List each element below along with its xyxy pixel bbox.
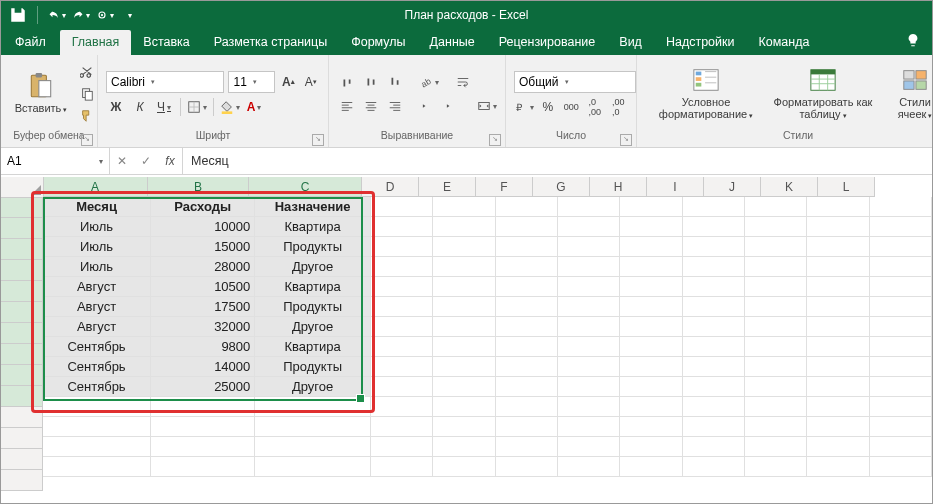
row-header[interactable] — [1, 260, 43, 281]
cell[interactable] — [807, 357, 869, 377]
align-top-icon[interactable] — [337, 72, 357, 92]
cell[interactable] — [558, 317, 620, 337]
underline-button[interactable]: Ч▾ — [154, 97, 174, 117]
cell[interactable] — [496, 337, 558, 357]
cell[interactable] — [807, 437, 869, 457]
cell[interactable] — [683, 417, 745, 437]
cell[interactable] — [683, 377, 745, 397]
cell[interactable]: Август — [43, 317, 151, 337]
cell[interactable] — [870, 257, 932, 277]
cell[interactable]: Продукты — [255, 297, 371, 317]
cell[interactable] — [433, 217, 495, 237]
cell[interactable] — [620, 197, 682, 217]
bold-button[interactable]: Ж — [106, 97, 126, 117]
cell[interactable]: Квартира — [255, 217, 371, 237]
cell[interactable] — [620, 417, 682, 437]
cell[interactable] — [807, 417, 869, 437]
cell[interactable] — [870, 317, 932, 337]
align-left-icon[interactable] — [337, 96, 357, 116]
cell[interactable]: Расходы — [151, 197, 255, 217]
cell[interactable] — [558, 357, 620, 377]
cell[interactable] — [807, 377, 869, 397]
cell[interactable] — [558, 237, 620, 257]
increase-decimal-icon[interactable]: ,0,00 — [585, 97, 605, 117]
cell[interactable] — [558, 257, 620, 277]
cell[interactable] — [433, 457, 495, 477]
cell[interactable] — [433, 397, 495, 417]
fill-color-icon[interactable]: ▾ — [220, 97, 240, 117]
orientation-icon[interactable]: ab▾ — [419, 72, 439, 92]
increase-indent-icon[interactable] — [443, 96, 463, 116]
cell[interactable] — [683, 397, 745, 417]
cell[interactable] — [371, 257, 433, 277]
italic-button[interactable]: К — [130, 97, 150, 117]
col-header[interactable]: D — [362, 177, 419, 197]
cell[interactable] — [620, 257, 682, 277]
cell[interactable] — [371, 437, 433, 457]
cell[interactable]: Продукты — [255, 357, 371, 377]
cell[interactable]: Квартира — [255, 277, 371, 297]
cell[interactable]: 10500 — [151, 277, 255, 297]
col-header[interactable]: E — [419, 177, 476, 197]
grow-font-icon[interactable]: A▴ — [279, 72, 297, 92]
tab-addins[interactable]: Надстройки — [654, 30, 747, 55]
cell[interactable] — [558, 297, 620, 317]
cell[interactable]: 25000 — [151, 377, 255, 397]
cell[interactable] — [371, 317, 433, 337]
decrease-decimal-icon[interactable]: ,00,0 — [609, 97, 629, 117]
cell[interactable] — [371, 357, 433, 377]
cell[interactable] — [683, 337, 745, 357]
font-launcher-icon[interactable]: ↘ — [312, 134, 324, 146]
cell[interactable] — [255, 397, 371, 417]
number-launcher-icon[interactable]: ↘ — [620, 134, 632, 146]
cell[interactable] — [371, 197, 433, 217]
cell[interactable] — [496, 437, 558, 457]
name-box[interactable]: A1▾ — [1, 148, 110, 174]
align-center-icon[interactable] — [361, 96, 381, 116]
cell[interactable] — [620, 357, 682, 377]
cell[interactable] — [683, 257, 745, 277]
row-header[interactable] — [1, 386, 43, 407]
cell[interactable]: 14000 — [151, 357, 255, 377]
align-launcher-icon[interactable]: ↘ — [489, 134, 501, 146]
enter-formula-icon[interactable]: ✓ — [134, 154, 158, 168]
cell[interactable] — [745, 237, 807, 257]
cell[interactable]: Август — [43, 297, 151, 317]
cell[interactable] — [870, 237, 932, 257]
tab-data[interactable]: Данные — [418, 30, 487, 55]
row-header[interactable] — [1, 428, 43, 449]
col-header[interactable]: C — [249, 177, 362, 197]
cell[interactable] — [745, 257, 807, 277]
cell[interactable] — [870, 417, 932, 437]
cell[interactable] — [496, 317, 558, 337]
cell[interactable] — [496, 357, 558, 377]
cell[interactable] — [745, 377, 807, 397]
cell[interactable] — [807, 317, 869, 337]
cell[interactable] — [151, 437, 255, 457]
tab-home[interactable]: Главная — [60, 30, 132, 55]
cell[interactable] — [371, 217, 433, 237]
format-painter-icon[interactable] — [77, 106, 97, 126]
row-header[interactable] — [1, 197, 43, 218]
cell[interactable] — [433, 197, 495, 217]
tab-page-layout[interactable]: Разметка страницы — [202, 30, 339, 55]
align-bottom-icon[interactable] — [385, 72, 405, 92]
cell[interactable] — [371, 457, 433, 477]
tab-insert[interactable]: Вставка — [131, 30, 201, 55]
col-header[interactable]: F — [476, 177, 533, 197]
cell[interactable] — [558, 457, 620, 477]
cell[interactable] — [807, 197, 869, 217]
format-as-table-button[interactable]: Форматировать как таблицу▾ — [767, 62, 879, 126]
row-header[interactable] — [1, 323, 43, 344]
borders-icon[interactable]: ▾ — [187, 97, 207, 117]
percent-format-icon[interactable]: % — [538, 97, 558, 117]
cell[interactable] — [745, 197, 807, 217]
cell[interactable] — [807, 337, 869, 357]
cell[interactable] — [558, 337, 620, 357]
cell[interactable]: Продукты — [255, 237, 371, 257]
row-header[interactable] — [1, 302, 43, 323]
cell[interactable] — [870, 217, 932, 237]
cell[interactable]: Июль — [43, 257, 151, 277]
row-header[interactable] — [1, 344, 43, 365]
cell[interactable] — [870, 297, 932, 317]
